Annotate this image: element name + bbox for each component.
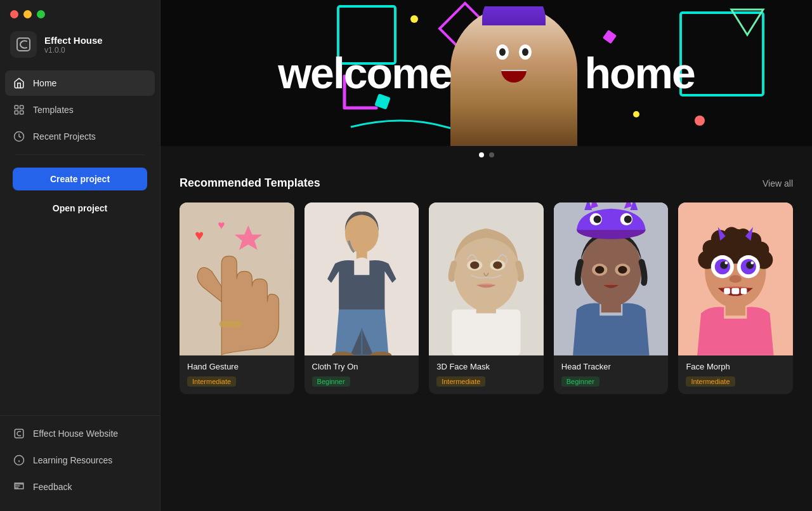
- svg-point-46: [618, 266, 627, 274]
- feedback-icon: [13, 481, 25, 493]
- sidebar-item-feedback-label: Feedback: [33, 482, 72, 492]
- svg-point-45: [595, 266, 604, 274]
- sidebar-item-feedback[interactable]: Feedback: [5, 474, 155, 500]
- section-title: Recommended Templates: [180, 176, 320, 190]
- sidebar-item-effect-house-website[interactable]: Effect House Website: [5, 421, 155, 446]
- home-icon: [13, 77, 25, 90]
- section-header: Recommended Templates View all: [180, 176, 793, 190]
- template-card-cloth-try-on[interactable]: Cloth Try On Beginner: [304, 202, 419, 394]
- app-header: Effect House v1.0.0: [0, 25, 160, 70]
- main-content: welcome home Recommended Templates View …: [160, 0, 812, 511]
- svg-rect-1: [15, 105, 18, 109]
- nav-divider: [15, 154, 145, 155]
- sidebar-item-home[interactable]: Home: [5, 70, 155, 96]
- banner-dot-2[interactable]: [489, 152, 494, 157]
- app-logo: [10, 31, 37, 58]
- svg-rect-27: [452, 310, 520, 355]
- maximize-button[interactable]: [37, 10, 45, 18]
- svg-text:♥: ♥: [195, 227, 204, 244]
- traffic-lights: [0, 0, 160, 25]
- card-title-hand-gesture: Hand Gesture: [187, 362, 287, 371]
- hero-home-text: home: [584, 48, 694, 98]
- create-project-button[interactable]: Create project: [13, 168, 147, 190]
- learning-resources-icon: [13, 454, 25, 467]
- card-badge-head-tracker: Beginner: [561, 376, 599, 387]
- head-tracker-svg: [554, 202, 669, 355]
- cloth-try-on-svg: [304, 202, 419, 355]
- recommended-section: Recommended Templates View all: [160, 164, 812, 407]
- template-card-hand-gesture[interactable]: ♥ ♥ Hand Gesture Intermediate: [180, 202, 294, 394]
- face-morph-visual: [678, 202, 793, 355]
- sidebar: Effect House v1.0.0 Home: [0, 0, 160, 511]
- app-version: v1.0.0: [44, 46, 103, 55]
- cloth-try-on-visual: [304, 202, 419, 355]
- hero-text-overlay: welcome home: [160, 0, 812, 146]
- card-info-cloth-try-on: Cloth Try On Beginner: [304, 355, 419, 394]
- face-morph-svg: [678, 202, 793, 355]
- svg-rect-0: [17, 38, 30, 51]
- svg-point-64: [725, 262, 728, 265]
- card-info-face-morph: Face Morph Intermediate: [678, 355, 793, 394]
- sidebar-item-learning-resources-label: Learning Resources: [33, 455, 112, 465]
- banner-dots: [160, 146, 812, 164]
- sidebar-item-home-label: Home: [33, 78, 56, 88]
- sidebar-item-recent-projects-label: Recent Projects: [33, 131, 96, 142]
- card-badge-3d-face-mask: Intermediate: [436, 376, 485, 387]
- sidebar-item-templates-label: Templates: [33, 105, 74, 115]
- card-info-3d-face-mask: 3D Face Mask Intermediate: [429, 355, 544, 394]
- card-image-face-morph: [678, 202, 793, 355]
- card-title-3d-face-mask: 3D Face Mask: [436, 362, 536, 371]
- templates-grid: ♥ ♥ Hand Gesture Intermediate: [180, 202, 793, 394]
- svg-text:♥: ♥: [218, 218, 225, 232]
- svg-rect-3: [15, 111, 18, 114]
- card-title-head-tracker: Head Tracker: [561, 362, 661, 371]
- card-image-3d-face-mask: [429, 202, 544, 355]
- svg-rect-68: [732, 288, 740, 295]
- hero-title-container: welcome home: [278, 48, 695, 98]
- open-project-button[interactable]: Open project: [13, 197, 147, 220]
- svg-point-34: [493, 262, 502, 269]
- app-name: Effect House: [44, 35, 103, 46]
- svg-rect-69: [741, 288, 747, 295]
- svg-point-33: [470, 262, 479, 269]
- svg-rect-4: [20, 111, 23, 114]
- card-badge-face-morph: Intermediate: [686, 376, 735, 387]
- recent-projects-icon: [13, 130, 25, 143]
- svg-point-66: [730, 275, 742, 282]
- template-card-face-morph[interactable]: Face Morph Intermediate: [678, 202, 793, 394]
- hand-gesture-svg: ♥ ♥: [180, 202, 294, 355]
- card-image-head-tracker: [554, 202, 669, 355]
- svg-rect-2: [20, 105, 23, 109]
- card-image-cloth-try-on: [304, 202, 419, 355]
- sidebar-bottom: Effect House Website Learning Resources …: [0, 415, 160, 511]
- sidebar-item-recent-projects[interactable]: Recent Projects: [5, 124, 155, 149]
- hero-welcome-text: welcome: [278, 48, 451, 98]
- template-card-3d-face-mask[interactable]: 3D Face Mask Intermediate: [429, 202, 544, 394]
- nav-section: Home Templates Recent Projec: [0, 70, 160, 415]
- card-image-hand-gesture: ♥ ♥: [180, 202, 294, 355]
- svg-rect-6: [15, 429, 23, 438]
- templates-icon: [13, 103, 25, 116]
- 3d-face-mask-svg: [429, 202, 544, 355]
- svg-point-41: [593, 215, 601, 223]
- hand-gesture-visual: ♥ ♥: [180, 202, 294, 355]
- minimize-button[interactable]: [23, 10, 32, 18]
- svg-rect-67: [724, 288, 731, 295]
- card-title-cloth-try-on: Cloth Try On: [312, 362, 412, 371]
- app-logo-icon: [15, 36, 32, 53]
- effect-house-website-icon: [13, 427, 25, 440]
- close-button[interactable]: [10, 10, 18, 18]
- card-title-face-morph: Face Morph: [686, 362, 785, 371]
- head-tracker-visual: [554, 202, 669, 355]
- sidebar-item-learning-resources[interactable]: Learning Resources: [5, 448, 155, 473]
- sidebar-item-effect-house-website-label: Effect House Website: [33, 428, 118, 439]
- banner-dot-1[interactable]: [479, 152, 484, 157]
- card-badge-cloth-try-on: Beginner: [312, 376, 350, 387]
- svg-point-65: [751, 262, 754, 265]
- app-title-block: Effect House v1.0.0: [44, 35, 103, 55]
- view-all-link[interactable]: View all: [763, 178, 793, 189]
- card-badge-hand-gesture: Intermediate: [187, 376, 236, 387]
- action-buttons: Create project Open project: [5, 160, 155, 227]
- sidebar-item-templates[interactable]: Templates: [5, 97, 155, 123]
- template-card-head-tracker[interactable]: Head Tracker Beginner: [554, 202, 669, 394]
